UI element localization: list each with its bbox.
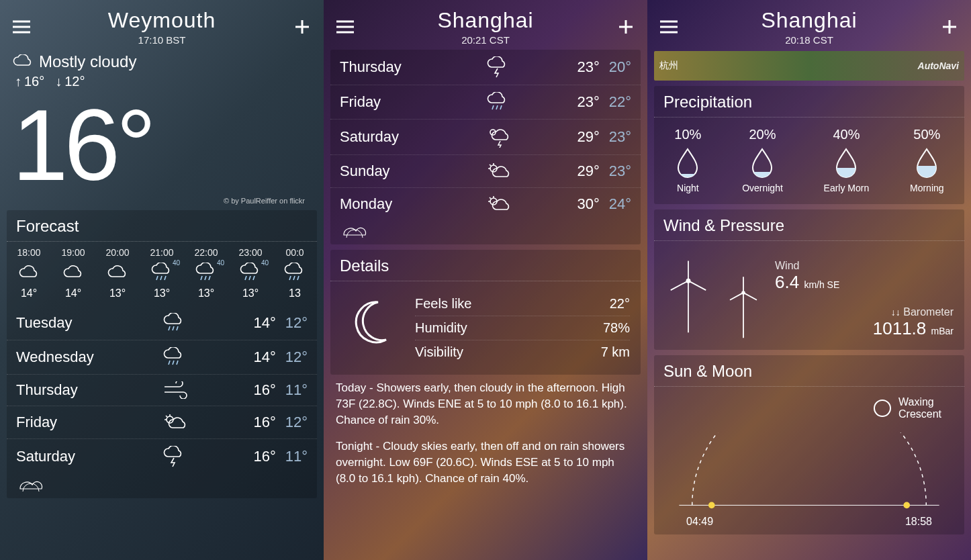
hour-time: 21:00 — [140, 247, 184, 258]
hour-icon — [273, 262, 317, 283]
sun-moon-panel[interactable]: Sun & Moon Waxing Crescent 04:49 18:58 — [654, 355, 964, 534]
barometer-value: 1011.8 — [873, 318, 927, 338]
day-icon — [162, 313, 195, 333]
local-time: 20:21 CST — [437, 34, 533, 46]
daily-panel[interactable]: Thursday23°20°Friday23°22°Saturday29°23°… — [330, 50, 641, 244]
map-label-left: 杭州 — [659, 60, 678, 72]
daily-row[interactable]: Thursday23°20° — [330, 50, 641, 85]
daily-row[interactable]: Friday16°12° — [7, 406, 317, 439]
day-name: Wednesday — [16, 348, 124, 366]
wind-unit: km/h SE — [804, 279, 839, 290]
day-high: 29° — [577, 128, 599, 146]
sun-arc — [666, 432, 952, 513]
forecast-title: Forecast — [7, 210, 317, 242]
hour-time: 18:00 — [7, 247, 51, 258]
moon-phase: Waxing Crescent — [666, 396, 952, 420]
title-block: Shanghai 20:18 CST — [761, 8, 857, 46]
add-location-button[interactable] — [293, 17, 312, 36]
wunderground-icon — [340, 223, 369, 240]
map-preview[interactable]: 杭州 AutoNavi — [654, 51, 964, 81]
precipitation-panel[interactable]: Precipitation 10%Night20%Overnight40%Ear… — [654, 86, 964, 204]
daily-row[interactable]: Sunday29°23° — [330, 155, 641, 188]
raindrop-icon — [674, 146, 701, 179]
hourly-item[interactable]: 18:0014° — [7, 247, 51, 299]
hour-icon: 40 — [140, 262, 184, 283]
day-low: 23° — [609, 162, 631, 180]
city-name: Shanghai — [761, 8, 857, 33]
day-low: 12° — [285, 348, 308, 366]
day-low: 12° — [285, 414, 308, 431]
daily-row[interactable]: Tuesday14°12° — [7, 306, 317, 340]
hour-icon: 40 — [184, 262, 228, 283]
menu-button[interactable] — [12, 17, 31, 36]
hourly-item[interactable]: 23:004013° — [228, 247, 273, 299]
daily-row[interactable]: Friday23°22° — [330, 85, 641, 120]
hamburger-icon — [660, 20, 678, 34]
raindrop-icon — [913, 146, 940, 179]
day-name: Sunday — [340, 162, 447, 180]
daily-row[interactable]: Monday30°24° — [330, 188, 641, 220]
hour-temp: 13 — [273, 287, 317, 299]
menu-button[interactable] — [336, 17, 355, 36]
hourly-forecast[interactable]: 18:0014°19:0014°20:0013°21:004013°22:004… — [7, 242, 317, 306]
wunderground-logo[interactable] — [7, 474, 317, 498]
hour-temp: 13° — [140, 287, 184, 299]
pop: 40 — [217, 259, 224, 267]
day-low: 20° — [609, 58, 631, 76]
visibility-value: 7 km — [601, 344, 630, 360]
hour-time: 23:00 — [228, 247, 273, 258]
wunderground-logo[interactable] — [330, 220, 641, 244]
details-panel[interactable]: Details Feels like22° Humidity78% Visibi… — [330, 250, 641, 375]
hour-time: 20:00 — [95, 247, 140, 258]
pop: 40 — [173, 259, 180, 267]
hour-temp: 13° — [184, 287, 228, 299]
daily-row[interactable]: Thursday16°11° — [7, 375, 317, 406]
precip-pct: 50% — [910, 127, 944, 142]
local-time: 17:10 BST — [108, 34, 216, 46]
hourly-item[interactable]: 22:004013° — [184, 247, 228, 299]
hour-temp: 14° — [7, 287, 51, 299]
day-high: 29° — [577, 162, 599, 180]
day-high: 16° — [253, 381, 275, 399]
plus-icon — [294, 19, 310, 35]
hour-time: 00:0 — [273, 247, 317, 258]
sunset-time: 18:58 — [905, 516, 932, 528]
svg-point-14 — [708, 502, 715, 509]
svg-point-15 — [903, 502, 910, 509]
day-name: Saturday — [340, 128, 447, 146]
photo-credit: © by PaulReiffer on flickr — [12, 197, 312, 205]
precip-label: Morning — [910, 183, 944, 193]
day-icon — [485, 162, 519, 181]
hourly-item[interactable]: 20:0013° — [95, 247, 140, 299]
day-low: 12° — [285, 314, 308, 332]
plus-icon — [941, 19, 958, 35]
hourly-item[interactable]: 21:004013° — [140, 247, 184, 299]
hourly-item[interactable]: 19:0014° — [51, 247, 95, 299]
day-icon — [162, 446, 195, 467]
hour-icon: 40 — [228, 262, 273, 283]
add-location-button[interactable] — [940, 17, 959, 36]
hamburger-icon — [13, 20, 30, 34]
current-temp: 16° — [12, 95, 312, 195]
day-name: Tuesday — [16, 314, 124, 332]
wind-pressure-panel[interactable]: Wind & Pressure Wind 6.4 km/h SE ↓↓ Baro… — [654, 209, 964, 350]
add-location-button[interactable] — [616, 17, 635, 36]
hourly-item[interactable]: 00:013 — [273, 247, 317, 299]
day-low: 11° — [285, 381, 308, 399]
feels-like-label: Feels like — [415, 296, 471, 312]
barometer-trend-icon: ↓↓ — [891, 307, 900, 318]
daily-row[interactable]: Wednesday14°12° — [7, 340, 317, 375]
day-icon — [162, 347, 195, 367]
barometer-unit: mBar — [931, 326, 954, 336]
daily-row[interactable]: Saturday16°11° — [7, 439, 317, 474]
windmill-large-icon — [665, 252, 712, 339]
hour-time: 22:00 — [184, 247, 228, 258]
forecast-narrative: Today - Showers early, then cloudy in th… — [324, 380, 647, 507]
day-icon — [162, 381, 195, 399]
menu-button[interactable] — [659, 17, 678, 36]
day-high: 16° — [253, 448, 275, 465]
precip-item: 20%Overnight — [742, 127, 783, 193]
forecast-panel[interactable]: Forecast 18:0014°19:0014°20:0013°21:0040… — [7, 210, 317, 498]
daily-row[interactable]: Saturday29°23° — [330, 120, 641, 155]
wind-value: 6.4 — [775, 272, 799, 292]
